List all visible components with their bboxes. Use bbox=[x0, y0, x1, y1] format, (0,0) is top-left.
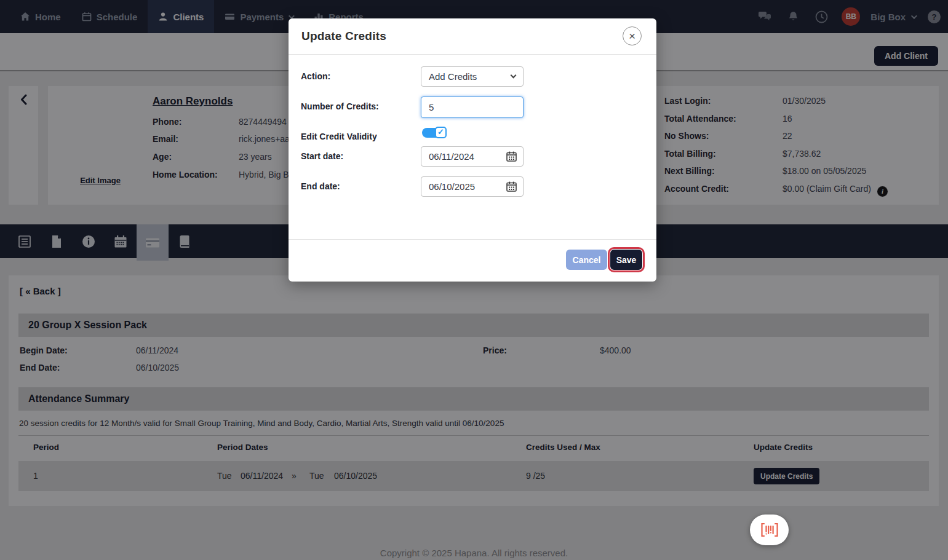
edit-credit-validity-label: Edit Credit Validity bbox=[301, 132, 377, 141]
save-button[interactable]: Save bbox=[610, 250, 642, 270]
start-date-label: Start date: bbox=[301, 151, 343, 161]
chevron-down-icon bbox=[511, 73, 517, 79]
cancel-button[interactable]: Cancel bbox=[566, 250, 607, 270]
start-date-input[interactable]: 06/11/2024 bbox=[421, 146, 524, 167]
start-date-value: 06/11/2024 bbox=[429, 151, 474, 162]
modal-title: Update Credits bbox=[301, 30, 386, 43]
edit-credit-validity-toggle[interactable]: ✓ bbox=[422, 128, 445, 138]
page: Home Schedule Clients Payments Reports bbox=[0, 0, 948, 560]
toggle-check-icon: ✓ bbox=[435, 127, 447, 138]
update-credits-modal: Update Credits × Action: Add Credits Num… bbox=[289, 18, 656, 282]
barcode-icon bbox=[760, 523, 779, 537]
end-date-label: End date: bbox=[301, 181, 340, 191]
calendar-picker-icon bbox=[506, 151, 517, 162]
end-date-input[interactable]: 06/10/2025 bbox=[421, 176, 524, 197]
calendar-picker-icon bbox=[506, 181, 517, 192]
barcode-scan-button[interactable] bbox=[750, 515, 789, 545]
end-date-value: 06/10/2025 bbox=[429, 181, 475, 192]
close-icon[interactable]: × bbox=[623, 26, 642, 45]
divider bbox=[289, 54, 656, 55]
number-of-credits-input[interactable] bbox=[421, 97, 524, 118]
divider bbox=[289, 239, 656, 240]
action-label: Action: bbox=[301, 71, 330, 81]
action-select-value: Add Credits bbox=[429, 71, 477, 82]
action-select[interactable]: Add Credits bbox=[421, 66, 524, 87]
number-of-credits-label: Number of Credits: bbox=[301, 101, 379, 111]
